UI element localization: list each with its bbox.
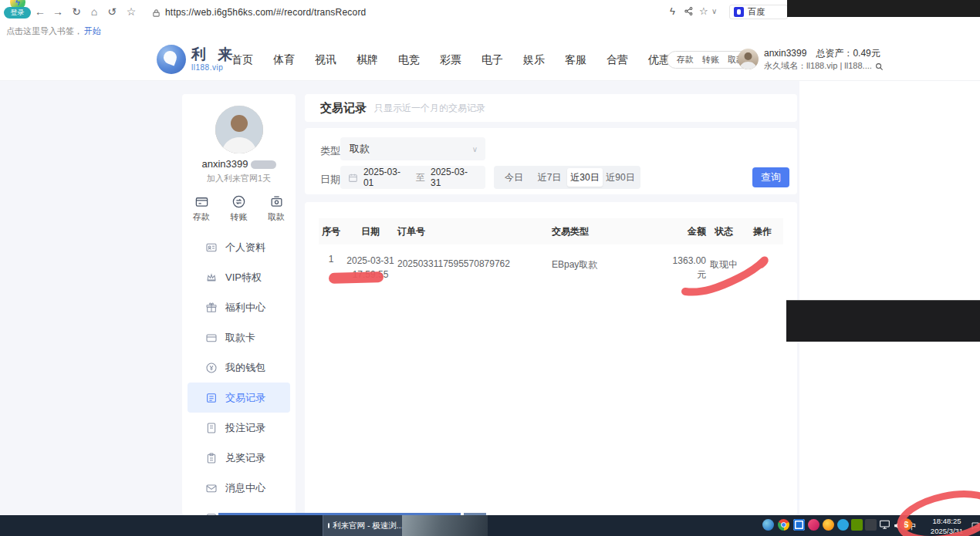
transfer-button[interactable]: 转账	[702, 54, 719, 66]
tray-sogou-icon[interactable]: S	[900, 518, 912, 531]
home-icon[interactable]: ⌂	[86, 4, 102, 19]
prize-record-icon	[205, 452, 218, 464]
col-status: 状态	[706, 225, 742, 238]
favorite-star-icon[interactable]: ☆	[699, 5, 708, 17]
header-avatar[interactable]	[738, 49, 759, 69]
taskbar-clock[interactable]: 18:48:25 2025/3/31	[923, 517, 971, 536]
wallet-icon	[205, 362, 218, 374]
assets-value: 0.49元	[853, 48, 880, 59]
search-button[interactable]: 查询	[752, 167, 789, 187]
calendar-icon	[348, 173, 358, 183]
sidebar-item-transaction-record[interactable]: 交易记录	[188, 383, 290, 413]
cell-order-no: 2025033117595570879762	[397, 254, 552, 269]
deposit-button[interactable]: 存款	[677, 54, 694, 66]
quick-actions: 存款 转账 取款	[182, 184, 296, 229]
type-select-value: 取款	[350, 142, 370, 156]
range-7days-button[interactable]: 近7日	[532, 168, 567, 187]
sidebar-username: anxin3399	[202, 158, 248, 170]
col-amount: 金额	[652, 224, 706, 238]
sidebar-item-withdraw-card[interactable]: 取款卡	[182, 322, 296, 352]
nav-item-partnership[interactable]: 合营	[607, 53, 628, 67]
action-center-icon[interactable]	[971, 520, 980, 534]
bookmark-start-link[interactable]: 开始	[84, 26, 101, 35]
taskbar-active-app[interactable]: 利来官网 - 极速浏...	[323, 515, 402, 536]
sidebar-item-label: 兑奖记录	[225, 451, 265, 465]
reload-icon[interactable]: ↻	[69, 4, 84, 19]
flash-icon[interactable]: ϟ	[670, 5, 675, 17]
id-card-icon	[205, 241, 218, 254]
browser-toolbar: ϟ 登录 ← → ↻ ⌂ ↺ ☆ https://web.i6g5h6ks.co…	[0, 0, 980, 23]
tray-edge-icon[interactable]	[793, 519, 805, 531]
baidu-search-box[interactable]: 百度	[729, 5, 788, 19]
forward-icon[interactable]: →	[50, 4, 66, 19]
chevron-down-icon: ∨	[472, 145, 478, 153]
nav-item-esports[interactable]: 电竞	[398, 53, 420, 67]
bookmark-hint-text: 点击这里导入书签，	[6, 26, 83, 35]
tray-browser-icon[interactable]	[762, 519, 774, 531]
history-undo-icon[interactable]: ↺	[104, 4, 120, 19]
nav-item-lottery[interactable]: 彩票	[440, 53, 461, 67]
tray-pointer-tool-icon[interactable]	[865, 519, 877, 531]
sidebar-item-welfare[interactable]: 福利中心	[182, 292, 296, 322]
tray-chrome-icon[interactable]	[778, 519, 789, 531]
sidebar-menu: 个人资料 VIP特权 福利中心 取款卡 我的钱包 交易记录	[182, 232, 296, 533]
tray-telegram-icon[interactable]	[837, 519, 849, 531]
tray-nvidia-icon[interactable]	[851, 519, 863, 531]
bet-record-icon	[205, 422, 218, 434]
amount-unit: 元	[697, 269, 706, 280]
quick-withdraw-button[interactable]: 取款	[268, 194, 285, 223]
toolbar-chevron-icon[interactable]: ∨	[711, 7, 717, 15]
range-90days-button[interactable]: 近90日	[603, 168, 638, 187]
nav-item-entertainment[interactable]: 娱乐	[523, 53, 545, 67]
date-to-value[interactable]: 2025-03-31	[431, 167, 478, 188]
nav-item-customer-service[interactable]: 客服	[565, 53, 586, 67]
type-select[interactable]: 取款 ∨	[340, 137, 485, 160]
nav-item-sports[interactable]: 体育	[273, 53, 295, 67]
page-subtitle: 只显示近一个月的交易记录	[374, 102, 485, 115]
browser-login-badge[interactable]: 登录	[4, 7, 31, 19]
tray-orange-app-icon[interactable]	[823, 519, 834, 531]
nav-item-live-video[interactable]: 视讯	[315, 53, 336, 67]
sidebar-item-prize-record[interactable]: 兑奖记录	[182, 443, 296, 473]
header-username[interactable]: anxin3399	[764, 47, 806, 60]
range-30days-button[interactable]: 近30日	[567, 168, 603, 187]
crown-icon	[205, 271, 218, 284]
bookmark-star-icon[interactable]: ☆	[123, 4, 139, 19]
nav-item-chess[interactable]: 棋牌	[357, 53, 378, 67]
logo-domain: ll188.vip	[191, 63, 236, 72]
sidebar-item-profile[interactable]: 个人资料	[182, 232, 296, 262]
tray-pink-app-icon[interactable]	[808, 519, 819, 531]
sidebar-item-message-center[interactable]: 消息中心	[182, 473, 296, 503]
quick-deposit-button[interactable]: 存款	[193, 194, 210, 223]
header-user-info: anxin3399 总资产：0.49元 永久域名：ll188.vip | ll1…	[764, 47, 884, 72]
filter-card: 类型： 取款 ∨ 日期： 2025-03-01 至 2025-03-31 今日 …	[305, 128, 797, 194]
domain-search-icon[interactable]	[875, 62, 884, 71]
cell-status: 取现中	[706, 254, 742, 271]
total-assets: 总资产：0.49元	[816, 47, 880, 60]
sidebar-item-vip[interactable]: VIP特权	[182, 262, 296, 292]
date-range-input[interactable]: 2025-03-01 至 2025-03-31	[340, 166, 485, 189]
table-row: 1 2025-03-31 17:59:55 202503311759557087…	[319, 244, 783, 291]
sidebar-item-wallet[interactable]: 我的钱包	[182, 352, 296, 383]
redaction-box-right	[786, 300, 980, 342]
date-from-value[interactable]: 2025-03-01	[363, 167, 411, 188]
permanent-domain: 永久域名：ll188.vip | ll188....	[764, 60, 872, 72]
range-today-button[interactable]: 今日	[496, 168, 532, 187]
quick-transfer-button[interactable]: 转账	[231, 194, 248, 223]
sidebar-item-bet-record[interactable]: 投注记录	[182, 413, 296, 443]
nav-item-home[interactable]: 首页	[231, 53, 253, 67]
bank-card-icon	[205, 332, 218, 344]
taskbar-window-preview[interactable]	[402, 515, 488, 536]
page-title-card: 交易记录 只显示近一个月的交易记录	[305, 94, 797, 122]
back-icon[interactable]: ←	[32, 4, 48, 19]
profile-avatar[interactable]	[215, 106, 263, 153]
sidebar-item-label: 取款卡	[225, 331, 255, 345]
tray-network-icon[interactable]	[879, 519, 890, 533]
cell-index: 1	[319, 254, 343, 265]
share-icon[interactable]	[684, 6, 694, 19]
nav-item-slots[interactable]: 电子	[482, 53, 503, 67]
ssl-lock-icon	[152, 7, 161, 21]
sidebar-item-label: VIP特权	[225, 271, 262, 285]
site-logo[interactable]: 利 来 ll188.vip	[157, 45, 236, 74]
url-bar[interactable]: https://web.i6g5h6ks.com/#/record/transR…	[165, 7, 366, 18]
